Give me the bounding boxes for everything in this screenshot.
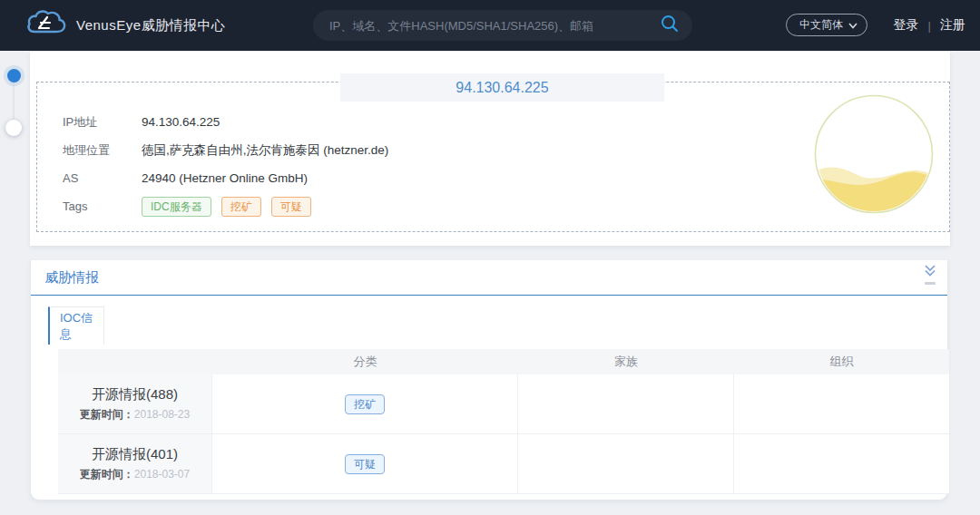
source-updated: 更新时间：2018-03-07 <box>80 467 190 482</box>
family-cell <box>518 374 734 434</box>
search-icon[interactable] <box>660 14 680 37</box>
updated-date: 2018-03-07 <box>134 468 190 481</box>
category-cell: 挖矿 <box>212 374 518 434</box>
auth-divider: | <box>928 19 931 33</box>
tag-list: IDC服务器 挖矿 可疑 <box>142 197 311 217</box>
ip-address-tab[interactable]: 94.130.64.225 <box>340 73 664 102</box>
category-cell: 可疑 <box>212 434 518 494</box>
col-header-family: 家族 <box>518 354 734 370</box>
tag-suspicious[interactable]: 可疑 <box>271 197 311 217</box>
field-label: Tags <box>63 199 142 213</box>
ip-summary-card: 94.130.64.225 IP地址 94.130.64.225 地理位置 德国… <box>30 52 950 246</box>
col-header-category: 分类 <box>212 354 518 370</box>
page-anchor-stepper <box>5 69 22 141</box>
field-row-location: 地理位置 德国,萨克森自由州,法尔肯施泰因 (hetzner.de) <box>63 136 388 164</box>
search-bar[interactable] <box>313 10 692 41</box>
source-name: 开源情报(488) <box>92 386 178 403</box>
source-updated: 更新时间：2018-08-23 <box>80 407 190 423</box>
col-header-organization: 组织 <box>734 354 949 370</box>
brand[interactable]: VenusEye威胁情报中心 <box>25 8 226 43</box>
category-tag-suspicious[interactable]: 可疑 <box>345 454 385 474</box>
source-cell: 开源情报(401) 更新时间：2018-03-07 <box>58 434 212 494</box>
register-link[interactable]: 注册 <box>940 17 965 34</box>
field-row-as: AS 24940 (Hetzner Online GmbH) <box>63 164 388 192</box>
organization-cell <box>734 374 949 434</box>
field-row-tags: Tags IDC服务器 挖矿 可疑 <box>63 192 388 220</box>
auth-links: 登录 | 注册 <box>894 0 965 51</box>
login-link[interactable]: 登录 <box>894 17 919 34</box>
anchor-dot[interactable] <box>5 120 22 136</box>
field-value-as: 24940 (Hetzner Online GmbH) <box>142 171 308 185</box>
language-label: 中文简体 <box>799 17 843 33</box>
venuseye-logo-icon <box>25 8 67 43</box>
field-label: 地理位置 <box>63 142 142 159</box>
risk-liquid-gauge <box>810 91 937 218</box>
language-selector[interactable]: 中文简体 <box>786 14 867 36</box>
source-name: 开源情报(401) <box>92 446 178 463</box>
category-tag-mining[interactable]: 挖矿 <box>345 394 385 414</box>
table-header-row: 分类 家族 组织 <box>58 349 949 374</box>
ip-fields: IP地址 94.130.64.225 地理位置 德国,萨克森自由州,法尔肯施泰因… <box>63 108 388 220</box>
table-row: 开源情报(488) 更新时间：2018-08-23 挖矿 <box>58 374 949 434</box>
field-row-ip: IP地址 94.130.64.225 <box>63 108 388 136</box>
updated-date: 2018-08-23 <box>134 408 190 421</box>
updated-label: 更新时间： <box>80 468 134 481</box>
brand-title: VenusEye威胁情报中心 <box>76 17 226 34</box>
threat-intel-card: 威胁情报 IOC信息 分类 家族 组织 开源情报(488) 更新时间：2018-… <box>30 260 948 500</box>
tag-mining[interactable]: 挖矿 <box>221 197 261 217</box>
family-cell <box>518 434 734 494</box>
field-value-location: 德国,萨克森自由州,法尔肯施泰因 (hetzner.de) <box>142 142 388 159</box>
tag-idc-server[interactable]: IDC服务器 <box>142 197 211 217</box>
collapse-control[interactable] <box>920 264 940 285</box>
updated-label: 更新时间： <box>80 408 134 421</box>
double-chevron-down-icon <box>924 265 936 280</box>
table-row: 开源情报(401) 更新时间：2018-03-07 可疑 <box>58 434 949 494</box>
field-value-ip: 94.130.64.225 <box>142 115 220 129</box>
tab-ioc-info[interactable]: IOC信息 <box>48 306 104 345</box>
section-header: 威胁情报 <box>31 260 947 296</box>
search-input[interactable] <box>329 19 660 33</box>
anchor-dot-active[interactable] <box>7 69 21 83</box>
top-navigation-bar: VenusEye威胁情报中心 中文简体 登录 | 注册 <box>0 0 980 51</box>
organization-cell <box>734 434 949 494</box>
ioc-table: 分类 家族 组织 开源情报(488) 更新时间：2018-08-23 挖矿 开源… <box>58 349 949 494</box>
source-cell: 开源情报(488) 更新时间：2018-08-23 <box>58 374 212 434</box>
collapse-indicator-dash <box>925 282 936 285</box>
field-label: AS <box>63 171 142 185</box>
section-title: 威胁情报 <box>44 269 99 287</box>
field-label: IP地址 <box>63 114 142 131</box>
chevron-down-icon <box>848 19 858 32</box>
